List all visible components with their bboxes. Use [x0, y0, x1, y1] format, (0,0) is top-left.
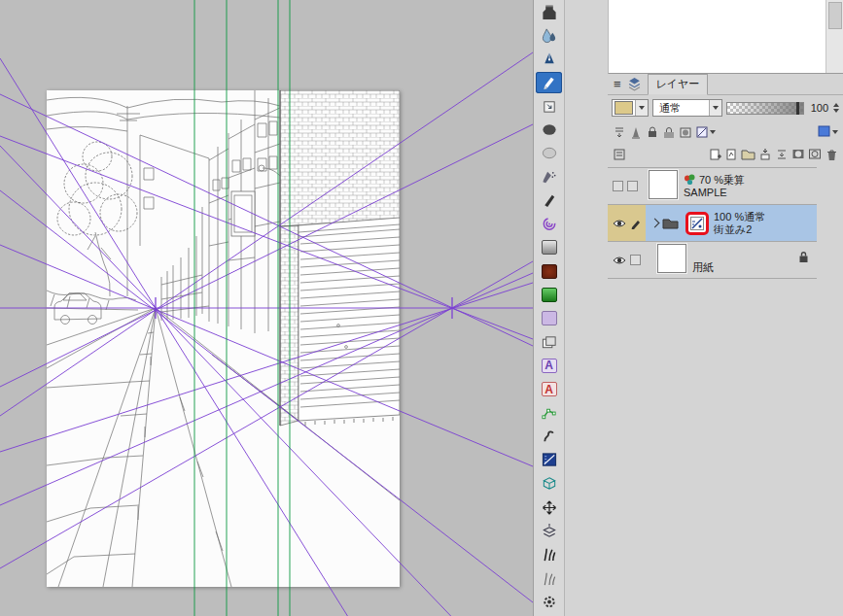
settings-tool-button[interactable]: [536, 591, 562, 612]
figure-gray-tool-icon: [542, 240, 557, 255]
layer-meta: 用紙: [692, 242, 714, 278]
layer-move-tool-button[interactable]: [536, 521, 562, 542]
figure-maroon-tool-button[interactable]: [536, 260, 562, 282]
eraser-hard-tool-icon: [541, 121, 558, 138]
new-raster-layer-icon[interactable]: [708, 147, 721, 161]
opacity-slider[interactable]: [726, 102, 804, 115]
chevron-down-icon[interactable]: [709, 100, 721, 116]
chevron-down-icon[interactable]: [635, 100, 648, 116]
lock-transparent-icon[interactable]: [662, 124, 676, 139]
reference-layer-icon[interactable]: [629, 124, 643, 139]
ruler-range-icon[interactable]: [695, 124, 716, 139]
opacity-spinner[interactable]: [833, 103, 839, 113]
move-tool-button[interactable]: [536, 496, 562, 518]
layer-blend-info: 70 %乗算: [699, 174, 745, 187]
expand-arrow-icon[interactable]: [650, 219, 660, 228]
eye-icon[interactable]: [613, 219, 626, 228]
canvas-area[interactable]: [0, 0, 533, 616]
palette-menu-icon[interactable]: ≡: [614, 78, 621, 90]
pencil-edit-icon[interactable]: [630, 218, 642, 229]
layer-blend-info: 100 %通常: [714, 211, 765, 223]
pen-tool-button[interactable]: [536, 49, 562, 70]
tab-layers[interactable]: レイヤー: [648, 74, 709, 95]
delete-layer-icon[interactable]: [825, 147, 838, 161]
transfer-to-lower-icon[interactable]: [758, 147, 772, 161]
blend-tool-button[interactable]: [536, 24, 562, 46]
layer-color-icon[interactable]: [818, 124, 838, 139]
vector-line-tool-button[interactable]: [536, 402, 562, 424]
edit-checkbox[interactable]: [630, 255, 641, 265]
lock-layer-icon[interactable]: [646, 124, 659, 139]
pencil-tool-icon: [541, 74, 558, 90]
enable-mask-icon[interactable]: [679, 124, 692, 139]
palette-color-combo[interactable]: [612, 99, 649, 117]
eraser-soft-tool-button[interactable]: [536, 143, 562, 164]
brush-tool-icon: [541, 4, 558, 20]
tool-palette: A A: [533, 0, 565, 616]
canvas-page[interactable]: [47, 90, 400, 587]
edit-checkbox[interactable]: [627, 181, 638, 191]
layer-row-paper[interactable]: 用紙: [608, 242, 817, 279]
decoration-tool-button[interactable]: [536, 214, 562, 235]
selected-layer-body[interactable]: 100 %通常 街並み2: [646, 205, 817, 241]
pencil-tool-button[interactable]: [536, 72, 562, 93]
liquify-tool-button[interactable]: [536, 426, 562, 447]
layer-row-machinami2[interactable]: 100 %通常 街並み2: [608, 205, 817, 242]
frame-tool-button[interactable]: [536, 331, 562, 353]
blend-mode-value: 通常: [659, 101, 681, 116]
ruler-icon-highlight[interactable]: [685, 212, 709, 235]
blend-mode-combo[interactable]: 通常: [652, 99, 722, 117]
marker-tool-button[interactable]: [536, 189, 562, 211]
grass-tool-light-button[interactable]: [536, 567, 562, 589]
create-mask-icon[interactable]: [791, 147, 805, 161]
new-folder-icon[interactable]: [741, 147, 755, 161]
layer-thumbnail[interactable]: [657, 244, 686, 273]
layer-name: 用紙: [692, 261, 714, 274]
figure-lavender-tool-button[interactable]: [536, 308, 562, 329]
ruler-tool-button[interactable]: [536, 450, 562, 471]
text-tool-purple-button[interactable]: A: [536, 355, 562, 376]
visibility-checkbox[interactable]: [613, 181, 623, 191]
palette-color-swatch: [615, 101, 633, 115]
scrollbar-thumb[interactable]: [828, 2, 842, 29]
brush-tool-button[interactable]: [536, 1, 562, 22]
text-tool-label: A: [544, 383, 553, 396]
figure-maroon-tool-icon: [542, 264, 557, 279]
text-tool-red-icon: A: [542, 382, 557, 396]
eye-icon[interactable]: [613, 256, 626, 265]
marker-tool-icon: [541, 192, 558, 209]
layer-name: SAMPLE: [684, 187, 745, 199]
pen-tool-icon: [541, 51, 558, 67]
fill-tool-button[interactable]: [536, 95, 562, 117]
layer-toggles: [608, 205, 646, 241]
liquify-tool-icon: [541, 428, 558, 445]
airbrush-tool-button[interactable]: [536, 166, 562, 188]
palette-list-icon[interactable]: [613, 147, 626, 161]
grass-tool-dark-button[interactable]: [536, 544, 562, 565]
clipping-icon[interactable]: [613, 124, 626, 139]
layer-color-dots-icon: [684, 174, 696, 186]
grass-tool-light-icon: [541, 570, 558, 587]
app-window: A A ≡ レイヤー 通常: [0, 0, 843, 616]
airbrush-tool-icon: [541, 169, 558, 186]
layer-thumbnail[interactable]: [649, 170, 678, 199]
layer-row-sample[interactable]: 70 %乗算 SAMPLE: [608, 168, 817, 205]
perspective-grid-tool-button[interactable]: [536, 473, 562, 495]
opacity-slider-handle[interactable]: [796, 102, 799, 115]
canvas-artwork: [47, 90, 400, 587]
secondary-panel-scrollbar[interactable]: [825, 0, 843, 73]
layer-lock-row: [608, 120, 843, 143]
text-tool-red-button[interactable]: A: [536, 379, 562, 400]
layer-meta: 100 %通常 街並み2: [714, 211, 765, 236]
figure-green-tool-button[interactable]: [536, 285, 562, 306]
eraser-soft-tool-icon: [541, 145, 558, 161]
figure-gray-tool-button[interactable]: [536, 237, 562, 258]
eraser-hard-tool-button[interactable]: [536, 119, 562, 140]
new-vector-layer-icon[interactable]: [724, 147, 738, 161]
layer-toggles: [608, 242, 646, 278]
perspective-ruler-icon: [689, 216, 705, 231]
apply-mask-icon[interactable]: [808, 147, 822, 161]
text-tool-purple-icon: A: [542, 359, 557, 373]
grass-tool-dark-icon: [541, 546, 558, 563]
merge-to-lower-icon[interactable]: [775, 147, 789, 161]
